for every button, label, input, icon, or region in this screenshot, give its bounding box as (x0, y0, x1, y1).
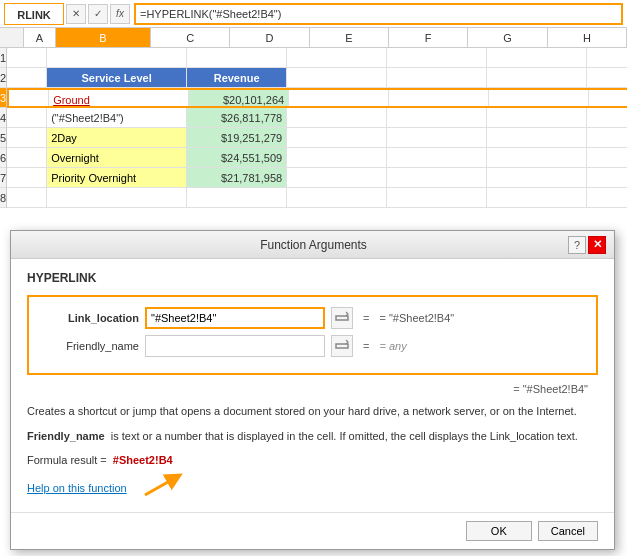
col-header-h[interactable]: H (548, 28, 627, 47)
cell-b8[interactable] (47, 188, 187, 207)
col-header-b[interactable]: B (56, 28, 151, 47)
svg-rect-0 (336, 316, 348, 320)
dialog-close-btn[interactable]: ✕ (588, 236, 606, 254)
cell-f3[interactable] (489, 90, 589, 106)
row-num-8[interactable]: 8 (0, 188, 6, 208)
help-link[interactable]: Help on this function (27, 482, 127, 494)
cell-c7[interactable]: $21,781,958 (187, 168, 287, 187)
cell-f4[interactable] (487, 108, 587, 127)
cell-a3[interactable] (9, 90, 49, 106)
cell-g1[interactable] (587, 48, 627, 67)
cell-c3[interactable]: $20,101,264 (189, 90, 289, 106)
col-header-c[interactable]: C (151, 28, 230, 47)
friendly-name-collapse-btn[interactable] (331, 335, 353, 357)
cell-d8[interactable] (287, 188, 387, 207)
col-header-f[interactable]: F (389, 28, 468, 47)
col-header-e[interactable]: E (310, 28, 389, 47)
friendly-name-equals: = (363, 340, 369, 352)
col-header-a[interactable]: A (24, 28, 56, 47)
cell-b1[interactable] (47, 48, 187, 67)
svg-rect-1 (336, 344, 348, 348)
formula-result-row: Formula result = #Sheet2!B4 (27, 454, 598, 466)
dialog-title: Function Arguments (59, 238, 568, 252)
cell-g6[interactable] (587, 148, 627, 167)
row-num-3[interactable]: 3 (0, 88, 6, 108)
table-row (7, 48, 627, 68)
cell-a5[interactable] (7, 128, 47, 147)
function-description: Creates a shortcut or jump that opens a … (27, 403, 598, 420)
link-location-row: Link_location = = "#Sheet2!B4" (39, 307, 586, 329)
row-num-2[interactable]: 2 (0, 68, 6, 88)
formula-result-label: Formula result = (27, 454, 107, 466)
cell-b6[interactable]: Overnight (47, 148, 187, 167)
cell-e4[interactable] (387, 108, 487, 127)
friendly-name-input[interactable] (145, 335, 325, 357)
cell-d5[interactable] (287, 128, 387, 147)
cell-a7[interactable] (7, 168, 47, 187)
cell-d6[interactable] (287, 148, 387, 167)
cell-e6[interactable] (387, 148, 487, 167)
cell-a6[interactable] (7, 148, 47, 167)
cell-b5[interactable]: 2Day (47, 128, 187, 147)
col-header-d[interactable]: D (230, 28, 309, 47)
help-and-arrow: Help on this function (27, 470, 598, 500)
cell-b2-header[interactable]: Service Level (47, 68, 187, 87)
row-num-6[interactable]: 6 (0, 148, 6, 168)
row-num-7[interactable]: 7 (0, 168, 6, 188)
cell-e7[interactable] (387, 168, 487, 187)
cell-f7[interactable] (487, 168, 587, 187)
cell-d1[interactable] (287, 48, 387, 67)
cell-e3[interactable] (389, 90, 489, 106)
cell-d7[interactable] (287, 168, 387, 187)
cell-b3[interactable]: Ground (49, 90, 189, 106)
cell-c5[interactable]: $19,251,279 (187, 128, 287, 147)
cell-g5[interactable] (587, 128, 627, 147)
cell-e5[interactable] (387, 128, 487, 147)
ok-button[interactable]: OK (466, 521, 532, 541)
cell-d2[interactable] (287, 68, 387, 87)
cell-g4[interactable] (587, 108, 627, 127)
dialog-help-btn[interactable]: ? (568, 236, 586, 254)
cell-a1[interactable] (7, 48, 47, 67)
cell-f8[interactable] (487, 188, 587, 207)
cell-c8[interactable] (187, 188, 287, 207)
cell-c4[interactable]: $26,811,778 (187, 108, 287, 127)
cell-a4[interactable] (7, 108, 47, 127)
cell-e2[interactable] (387, 68, 487, 87)
row-num-4[interactable]: 4 (0, 108, 6, 128)
cell-b7[interactable]: Priority Overnight (47, 168, 187, 187)
cell-c1[interactable] (187, 48, 287, 67)
row-num-1[interactable]: 1 (0, 48, 6, 68)
cell-a2[interactable] (7, 68, 47, 87)
cell-g3[interactable] (589, 90, 627, 106)
cell-f2[interactable] (487, 68, 587, 87)
formula-input[interactable]: =HYPERLINK("#Sheet2!B4") (134, 3, 623, 25)
table-row: ("#Sheet2!B4") $26,811,778 (7, 108, 627, 128)
cell-d4[interactable] (287, 108, 387, 127)
col-header-g[interactable]: G (468, 28, 547, 47)
cell-d3[interactable] (289, 90, 389, 106)
function-name-label: HYPERLINK (27, 271, 598, 285)
link-location-input[interactable] (145, 307, 325, 329)
link-location-collapse-btn[interactable] (331, 307, 353, 329)
confirm-formula-btn[interactable]: ✓ (88, 4, 108, 24)
cell-f6[interactable] (487, 148, 587, 167)
name-box[interactable]: RLINK (4, 3, 64, 25)
cell-e1[interactable] (387, 48, 487, 67)
table-row: Overnight $24,551,509 (7, 148, 627, 168)
cell-b4[interactable]: ("#Sheet2!B4") (47, 108, 187, 127)
cell-c6[interactable]: $24,551,509 (187, 148, 287, 167)
cell-g7[interactable] (587, 168, 627, 187)
cell-g8[interactable] (587, 188, 627, 207)
cell-e8[interactable] (387, 188, 487, 207)
fx-btn[interactable]: fx (110, 4, 130, 24)
cell-c2-header[interactable]: Revenue (187, 68, 287, 87)
row-num-5[interactable]: 5 (0, 128, 6, 148)
param-name: Friendly_name (27, 430, 105, 442)
cancel-button[interactable]: Cancel (538, 521, 598, 541)
cell-a8[interactable] (7, 188, 47, 207)
cell-g2[interactable] (587, 68, 627, 87)
cancel-formula-btn[interactable]: ✕ (66, 4, 86, 24)
cell-f5[interactable] (487, 128, 587, 147)
cell-f1[interactable] (487, 48, 587, 67)
